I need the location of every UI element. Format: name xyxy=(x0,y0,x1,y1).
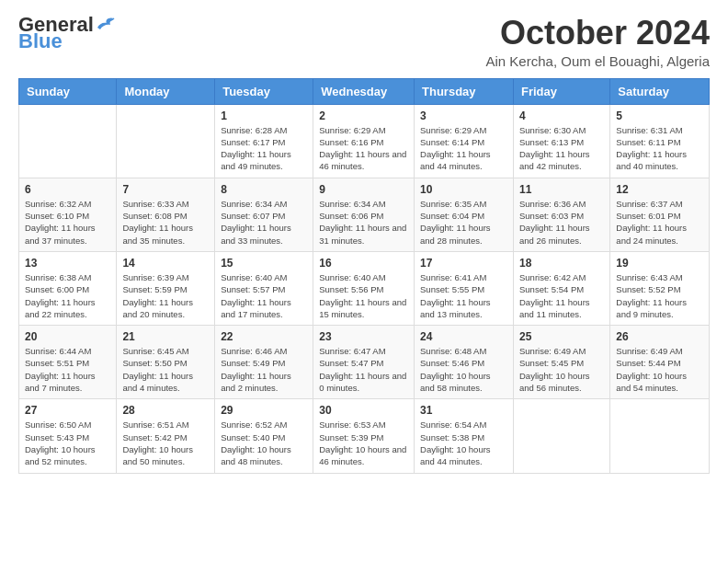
day-info: Sunrise: 6:29 AM Sunset: 6:14 PM Dayligh… xyxy=(420,124,507,173)
calendar-cell: 30Sunrise: 6:53 AM Sunset: 5:39 PM Dayli… xyxy=(313,399,415,473)
calendar-cell: 9Sunrise: 6:34 AM Sunset: 6:06 PM Daylig… xyxy=(313,178,415,251)
weekday-header-friday: Friday xyxy=(513,78,609,104)
day-number: 12 xyxy=(616,183,703,196)
calendar-cell xyxy=(117,104,215,178)
calendar-cell: 8Sunrise: 6:34 AM Sunset: 6:07 PM Daylig… xyxy=(215,178,313,251)
week-row-2: 6Sunrise: 6:32 AM Sunset: 6:10 PM Daylig… xyxy=(19,178,710,251)
day-info: Sunrise: 6:48 AM Sunset: 5:46 PM Dayligh… xyxy=(420,345,507,394)
week-row-5: 27Sunrise: 6:50 AM Sunset: 5:43 PM Dayli… xyxy=(19,399,710,473)
day-number: 3 xyxy=(420,109,507,122)
weekday-header-wednesday: Wednesday xyxy=(313,78,415,104)
day-number: 8 xyxy=(221,183,307,196)
day-number: 29 xyxy=(221,404,307,417)
calendar-cell: 29Sunrise: 6:52 AM Sunset: 5:40 PM Dayli… xyxy=(215,399,313,473)
header: General Blue October 2024 Ain Kercha, Ou… xyxy=(18,15,710,69)
weekday-header-saturday: Saturday xyxy=(610,78,710,104)
week-row-1: 1Sunrise: 6:28 AM Sunset: 6:17 PM Daylig… xyxy=(19,104,710,178)
calendar-cell: 6Sunrise: 6:32 AM Sunset: 6:10 PM Daylig… xyxy=(19,178,117,251)
day-info: Sunrise: 6:33 AM Sunset: 6:08 PM Dayligh… xyxy=(122,198,209,247)
day-number: 27 xyxy=(25,404,110,417)
day-info: Sunrise: 6:51 AM Sunset: 5:42 PM Dayligh… xyxy=(122,419,209,467)
day-number: 20 xyxy=(25,330,110,343)
day-number: 19 xyxy=(616,257,703,270)
day-number: 1 xyxy=(221,109,307,122)
calendar-cell: 22Sunrise: 6:46 AM Sunset: 5:49 PM Dayli… xyxy=(215,326,313,399)
week-row-3: 13Sunrise: 6:38 AM Sunset: 6:00 PM Dayli… xyxy=(19,251,710,325)
weekday-header-thursday: Thursday xyxy=(415,78,514,104)
calendar-cell: 26Sunrise: 6:49 AM Sunset: 5:44 PM Dayli… xyxy=(610,326,710,399)
day-info: Sunrise: 6:53 AM Sunset: 5:39 PM Dayligh… xyxy=(319,419,408,467)
day-number: 21 xyxy=(122,330,209,343)
calendar-cell: 21Sunrise: 6:45 AM Sunset: 5:50 PM Dayli… xyxy=(117,326,215,399)
day-number: 18 xyxy=(519,257,604,270)
calendar-cell: 2Sunrise: 6:29 AM Sunset: 6:16 PM Daylig… xyxy=(313,104,415,178)
day-number: 13 xyxy=(25,257,110,270)
calendar-cell: 12Sunrise: 6:37 AM Sunset: 6:01 PM Dayli… xyxy=(610,178,710,251)
day-info: Sunrise: 6:45 AM Sunset: 5:50 PM Dayligh… xyxy=(122,345,209,394)
day-number: 24 xyxy=(420,330,507,343)
day-number: 15 xyxy=(221,257,307,270)
calendar-cell: 25Sunrise: 6:49 AM Sunset: 5:45 PM Dayli… xyxy=(513,326,609,399)
calendar-cell: 24Sunrise: 6:48 AM Sunset: 5:46 PM Dayli… xyxy=(415,326,514,399)
day-info: Sunrise: 6:31 AM Sunset: 6:11 PM Dayligh… xyxy=(616,124,703,173)
weekday-header-tuesday: Tuesday xyxy=(215,78,313,104)
day-info: Sunrise: 6:49 AM Sunset: 5:44 PM Dayligh… xyxy=(616,345,703,394)
page: General Blue October 2024 Ain Kercha, Ou… xyxy=(0,0,728,563)
day-number: 26 xyxy=(616,330,703,343)
calendar-cell xyxy=(513,399,609,473)
day-number: 11 xyxy=(519,183,604,196)
calendar-cell: 10Sunrise: 6:35 AM Sunset: 6:04 PM Dayli… xyxy=(415,178,514,251)
day-info: Sunrise: 6:30 AM Sunset: 6:13 PM Dayligh… xyxy=(519,124,604,173)
day-info: Sunrise: 6:43 AM Sunset: 5:52 PM Dayligh… xyxy=(616,271,703,320)
day-info: Sunrise: 6:35 AM Sunset: 6:04 PM Dayligh… xyxy=(420,198,507,247)
calendar-cell: 16Sunrise: 6:40 AM Sunset: 5:56 PM Dayli… xyxy=(313,251,415,325)
calendar-cell xyxy=(610,399,710,473)
day-info: Sunrise: 6:40 AM Sunset: 5:56 PM Dayligh… xyxy=(319,271,408,320)
day-number: 23 xyxy=(319,330,408,343)
logo-bird-icon xyxy=(96,15,116,31)
day-number: 28 xyxy=(122,404,209,417)
day-info: Sunrise: 6:38 AM Sunset: 6:00 PM Dayligh… xyxy=(25,271,110,320)
calendar-cell: 27Sunrise: 6:50 AM Sunset: 5:43 PM Dayli… xyxy=(19,399,117,473)
calendar-table: SundayMondayTuesdayWednesdayThursdayFrid… xyxy=(18,78,710,474)
day-info: Sunrise: 6:32 AM Sunset: 6:10 PM Dayligh… xyxy=(25,198,110,247)
calendar-cell: 1Sunrise: 6:28 AM Sunset: 6:17 PM Daylig… xyxy=(215,104,313,178)
day-info: Sunrise: 6:50 AM Sunset: 5:43 PM Dayligh… xyxy=(25,419,110,467)
weekday-header-row: SundayMondayTuesdayWednesdayThursdayFrid… xyxy=(19,78,710,104)
week-row-4: 20Sunrise: 6:44 AM Sunset: 5:51 PM Dayli… xyxy=(19,326,710,399)
day-number: 17 xyxy=(420,257,507,270)
day-info: Sunrise: 6:46 AM Sunset: 5:49 PM Dayligh… xyxy=(221,345,307,394)
calendar-cell: 14Sunrise: 6:39 AM Sunset: 5:59 PM Dayli… xyxy=(117,251,215,325)
logo-blue: Blue xyxy=(18,29,63,53)
month-title: October 2024 xyxy=(486,15,710,52)
calendar-cell: 15Sunrise: 6:40 AM Sunset: 5:57 PM Dayli… xyxy=(215,251,313,325)
day-number: 9 xyxy=(319,183,408,196)
day-info: Sunrise: 6:49 AM Sunset: 5:45 PM Dayligh… xyxy=(519,345,604,394)
calendar-cell: 23Sunrise: 6:47 AM Sunset: 5:47 PM Dayli… xyxy=(313,326,415,399)
location-title: Ain Kercha, Oum el Bouaghi, Algeria xyxy=(486,53,710,69)
calendar-cell: 31Sunrise: 6:54 AM Sunset: 5:38 PM Dayli… xyxy=(415,399,514,473)
day-info: Sunrise: 6:29 AM Sunset: 6:16 PM Dayligh… xyxy=(319,124,408,173)
day-number: 5 xyxy=(616,109,703,122)
day-number: 4 xyxy=(519,109,604,122)
calendar-cell: 18Sunrise: 6:42 AM Sunset: 5:54 PM Dayli… xyxy=(513,251,609,325)
calendar-cell: 11Sunrise: 6:36 AM Sunset: 6:03 PM Dayli… xyxy=(513,178,609,251)
weekday-header-sunday: Sunday xyxy=(19,78,117,104)
day-info: Sunrise: 6:36 AM Sunset: 6:03 PM Dayligh… xyxy=(519,198,604,247)
calendar-cell: 19Sunrise: 6:43 AM Sunset: 5:52 PM Dayli… xyxy=(610,251,710,325)
day-info: Sunrise: 6:47 AM Sunset: 5:47 PM Dayligh… xyxy=(319,345,408,394)
day-number: 2 xyxy=(319,109,408,122)
calendar-cell: 28Sunrise: 6:51 AM Sunset: 5:42 PM Dayli… xyxy=(117,399,215,473)
day-number: 31 xyxy=(420,404,507,417)
day-number: 16 xyxy=(319,257,408,270)
day-info: Sunrise: 6:41 AM Sunset: 5:55 PM Dayligh… xyxy=(420,271,507,320)
calendar-cell: 3Sunrise: 6:29 AM Sunset: 6:14 PM Daylig… xyxy=(415,104,514,178)
calendar-cell xyxy=(19,104,117,178)
calendar-cell: 20Sunrise: 6:44 AM Sunset: 5:51 PM Dayli… xyxy=(19,326,117,399)
title-block: October 2024 Ain Kercha, Oum el Bouaghi,… xyxy=(486,15,710,69)
weekday-header-monday: Monday xyxy=(117,78,215,104)
day-info: Sunrise: 6:44 AM Sunset: 5:51 PM Dayligh… xyxy=(25,345,110,394)
calendar-cell: 13Sunrise: 6:38 AM Sunset: 6:00 PM Dayli… xyxy=(19,251,117,325)
day-info: Sunrise: 6:34 AM Sunset: 6:06 PM Dayligh… xyxy=(319,198,408,247)
day-number: 14 xyxy=(122,257,209,270)
